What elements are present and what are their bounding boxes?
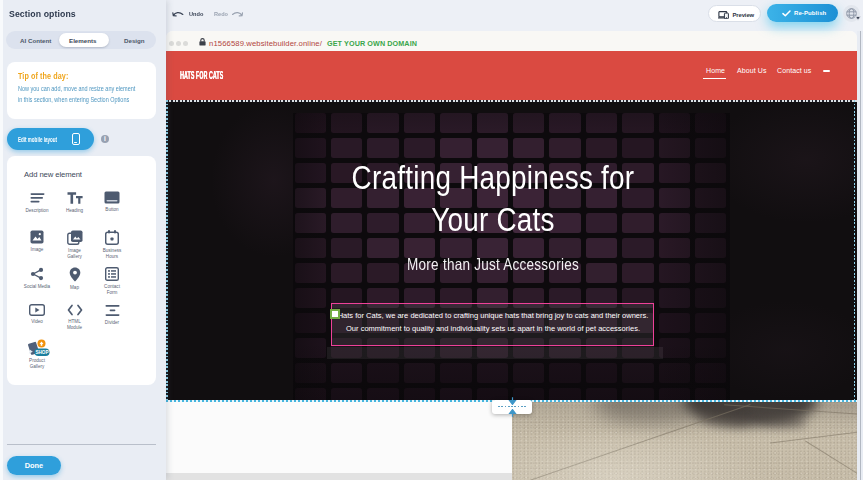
svg-text:SHOP: SHOP [35, 350, 48, 355]
